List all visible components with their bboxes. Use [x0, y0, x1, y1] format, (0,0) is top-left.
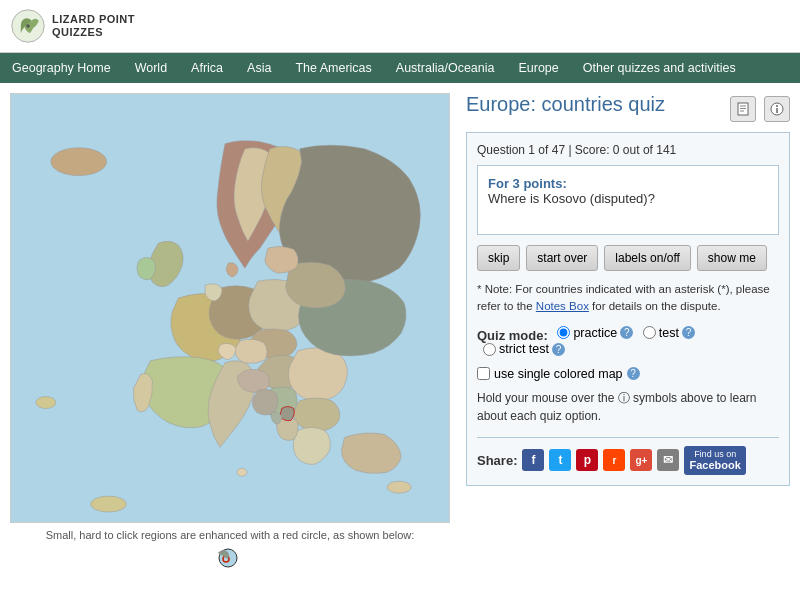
- svg-rect-12: [738, 103, 748, 115]
- map-section: Small, hard to click regions are enhance…: [10, 93, 450, 571]
- nav: Geography Home World Africa Asia The Ame…: [0, 53, 800, 83]
- labels-button[interactable]: labels on/off: [604, 245, 691, 271]
- quiz-title: Europe: countries quiz: [466, 93, 665, 116]
- share-section: Share: f t p r g+ ✉ Find us on Facebook: [477, 437, 779, 476]
- reddit-share-icon[interactable]: r: [603, 449, 625, 471]
- score-line: Question 1 of 47 | Score: 0 out of 141: [477, 143, 779, 157]
- strict-info[interactable]: ?: [552, 343, 565, 356]
- googleplus-share-icon[interactable]: g+: [630, 449, 652, 471]
- mouse-note: Hold your mouse over the ⓘ symbols above…: [477, 389, 779, 425]
- info-button[interactable]: [764, 96, 790, 122]
- start-over-button[interactable]: start over: [526, 245, 598, 271]
- header: Lizard Point Quizzes: [0, 0, 800, 53]
- note-line: * Note: For countries indicated with an …: [477, 281, 779, 316]
- quiz-panel: Europe: countries quiz: [466, 93, 790, 486]
- nav-asia[interactable]: Asia: [235, 53, 283, 83]
- single-color-label: use single colored map: [494, 367, 623, 381]
- show-me-button[interactable]: show me: [697, 245, 767, 271]
- nav-geography-home[interactable]: Geography Home: [0, 53, 123, 83]
- map-hint: [10, 545, 450, 571]
- notes-box-link[interactable]: Notes Box: [536, 300, 589, 312]
- svg-point-1: [26, 24, 30, 28]
- svg-point-8: [387, 481, 411, 493]
- quiz-buttons: skip start over labels on/off show me: [477, 245, 779, 271]
- single-color-info[interactable]: ?: [627, 367, 640, 380]
- mode-strict-radio[interactable]: [483, 343, 496, 356]
- logo-text: Lizard Point Quizzes: [52, 13, 135, 39]
- fb-find-us[interactable]: Find us on Facebook: [684, 446, 745, 476]
- svg-point-3: [51, 148, 107, 176]
- quiz-mode-section: Quiz mode: practice ? test ? strict test…: [477, 326, 779, 359]
- facebook-share-icon[interactable]: f: [522, 449, 544, 471]
- fb-find-text: Find us on: [694, 449, 736, 460]
- nav-world[interactable]: World: [123, 53, 179, 83]
- svg-point-9: [36, 397, 56, 409]
- nav-europe[interactable]: Europe: [506, 53, 570, 83]
- test-info[interactable]: ?: [682, 326, 695, 339]
- quiz-icon-row: [730, 96, 790, 122]
- quiz-title-row: Europe: countries quiz: [466, 93, 790, 124]
- notes-button[interactable]: [730, 96, 756, 122]
- logo-area: Lizard Point Quizzes: [10, 8, 135, 44]
- share-label: Share:: [477, 453, 517, 468]
- question-points: For 3 points:: [488, 176, 768, 191]
- mode-test[interactable]: test ?: [643, 326, 695, 340]
- map-container[interactable]: [10, 93, 450, 523]
- single-color-section: use single colored map ?: [477, 367, 779, 381]
- email-share-icon[interactable]: ✉: [657, 449, 679, 471]
- single-color-checkbox[interactable]: [477, 367, 490, 380]
- nav-other[interactable]: Other quizzes and activities: [571, 53, 748, 83]
- question-text: Where is Kosovo (disputed)?: [488, 191, 768, 206]
- nav-americas[interactable]: The Americas: [283, 53, 383, 83]
- quiz-mode-label: Quiz mode:: [477, 327, 548, 342]
- practice-info[interactable]: ?: [620, 326, 633, 339]
- mode-strict[interactable]: strict test ?: [483, 342, 565, 356]
- svg-point-7: [237, 468, 247, 476]
- svg-point-17: [776, 105, 778, 107]
- mode-practice-radio[interactable]: [557, 326, 570, 339]
- question-box: For 3 points: Where is Kosovo (disputed)…: [477, 165, 779, 235]
- main: Small, hard to click regions are enhance…: [0, 83, 800, 581]
- fb-find-name: Facebook: [689, 459, 740, 472]
- europe-map-svg: [11, 94, 449, 522]
- svg-point-6: [91, 496, 127, 512]
- quiz-panel-inner: Question 1 of 47 | Score: 0 out of 141 F…: [466, 132, 790, 486]
- map-caption: Small, hard to click regions are enhance…: [10, 529, 450, 541]
- twitter-share-icon[interactable]: t: [549, 449, 571, 471]
- nav-australia[interactable]: Australia/Oceania: [384, 53, 507, 83]
- pinterest-share-icon[interactable]: p: [576, 449, 598, 471]
- nav-africa[interactable]: Africa: [179, 53, 235, 83]
- skip-button[interactable]: skip: [477, 245, 520, 271]
- mode-practice[interactable]: practice ?: [557, 326, 633, 340]
- logo-icon: [10, 8, 46, 44]
- mode-test-radio[interactable]: [643, 326, 656, 339]
